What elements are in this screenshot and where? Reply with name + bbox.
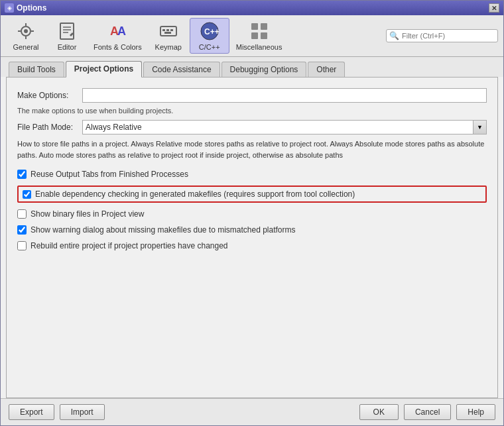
cancel-button[interactable]: Cancel [404, 404, 451, 420]
checkbox-reuse-label[interactable]: Reuse Output Tabs from Finished Processe… [31, 170, 188, 179]
tab-other[interactable]: Other [308, 62, 345, 77]
checkbox-dependency[interactable] [23, 190, 31, 199]
make-options-input[interactable] [82, 88, 487, 103]
make-options-row: Make Options: [17, 88, 487, 103]
toolbar-item-keymap[interactable]: Keymap [149, 19, 188, 53]
fonts-colors-icon: A A [107, 21, 128, 42]
toolbar-item-miscellaneous[interactable]: Miscellaneous [231, 19, 288, 53]
title-bar: ◈ Options ✕ [1, 1, 503, 15]
file-path-label: File Path Mode: [17, 123, 77, 132]
search-input[interactable] [402, 32, 495, 40]
footer: Export Import OK Cancel Help [1, 398, 503, 425]
editor-label: Editor [58, 43, 77, 51]
miscellaneous-icon [249, 21, 270, 42]
svg-rect-21 [251, 32, 258, 39]
keymap-label: Keymap [155, 43, 182, 51]
svg-text:A: A [117, 25, 126, 38]
file-path-value: Always Relative [83, 121, 473, 133]
cpp-label: C/C++ [199, 43, 220, 51]
checkbox-reuse[interactable] [17, 170, 27, 179]
editor-icon [56, 21, 78, 42]
tab-code-assistance[interactable]: Code Assistance [143, 62, 220, 77]
tab-project-options[interactable]: Project Options [66, 61, 142, 78]
svg-rect-13 [162, 29, 165, 31]
dropdown-arrow-icon[interactable]: ▼ [473, 121, 486, 134]
make-options-label: Make Options: [17, 91, 77, 100]
checkbox-row-binary: Show binary files in Project view [17, 209, 487, 219]
footer-left: Export Import [9, 404, 105, 420]
close-button[interactable]: ✕ [489, 3, 499, 13]
window-title: Options [17, 3, 46, 13]
search-icon: 🔍 [389, 31, 399, 40]
make-help-text: The make options to use when building pr… [17, 107, 487, 115]
window-icon: ◈ [5, 3, 14, 13]
checkbox-binary-label[interactable]: Show binary files in Project view [31, 209, 144, 219]
tab-debugging-options[interactable]: Debugging Options [221, 62, 307, 77]
checkbox-rebuild[interactable] [17, 241, 27, 250]
options-window: ◈ Options ✕ General [0, 0, 504, 426]
svg-rect-16 [164, 32, 171, 34]
svg-rect-20 [261, 23, 267, 30]
checkbox-row-dependency-highlighted: Enable dependency checking in generated … [17, 186, 487, 203]
checkbox-row-rebuild: Rebuild entire project if project proper… [17, 241, 487, 250]
general-label: General [13, 43, 38, 51]
toolbar-item-cpp[interactable]: C++ C/C++ [190, 18, 229, 54]
toolbar: General Editor A A Fonts & Co [1, 15, 503, 57]
checkbox-row-warning: Show warning dialog about missing makefi… [17, 225, 487, 235]
tab-build-tools[interactable]: Build Tools [9, 62, 64, 77]
keymap-icon [158, 21, 179, 42]
miscellaneous-label: Miscellaneous [236, 43, 283, 51]
general-icon [15, 21, 36, 42]
fonts-colors-label: Fonts & Colors [94, 43, 142, 51]
title-bar-left: ◈ Options [5, 3, 46, 13]
tabs-row: Build Tools Project Options Code Assista… [1, 57, 503, 77]
toolbar-item-editor[interactable]: Editor [47, 19, 87, 53]
toolbar-item-fonts-colors[interactable]: A A Fonts & Colors [88, 19, 147, 53]
file-path-description: How to store file paths in a project. Al… [17, 138, 487, 160]
cpp-icon: C++ [199, 21, 220, 42]
ok-button[interactable]: OK [359, 404, 399, 420]
main-content: Make Options: The make options to use wh… [6, 77, 498, 398]
search-box[interactable]: 🔍 [386, 29, 498, 42]
svg-rect-14 [166, 29, 169, 31]
svg-rect-6 [60, 23, 74, 39]
svg-rect-19 [251, 23, 258, 30]
svg-text:C++: C++ [204, 27, 220, 36]
checkbox-warning-label[interactable]: Show warning dialog about missing makefi… [31, 225, 296, 235]
export-button[interactable]: Export [9, 404, 54, 420]
file-path-row: File Path Mode: Always Relative ▼ [17, 120, 487, 134]
checkbox-rebuild-label[interactable]: Rebuild entire project if project proper… [31, 241, 228, 250]
checkbox-row-reuse: Reuse Output Tabs from Finished Processe… [17, 170, 487, 179]
svg-rect-15 [170, 29, 173, 31]
import-button[interactable]: Import [60, 404, 105, 420]
svg-point-1 [24, 29, 28, 33]
checkbox-binary[interactable] [17, 209, 27, 219]
toolbar-item-general[interactable]: General [6, 19, 46, 53]
file-path-dropdown[interactable]: Always Relative ▼ [82, 120, 487, 134]
svg-rect-22 [261, 32, 267, 39]
help-button[interactable]: Help [456, 404, 495, 420]
footer-right: OK Cancel Help [359, 404, 495, 420]
checkbox-warning[interactable] [17, 225, 27, 235]
checkbox-dependency-label[interactable]: Enable dependency checking in generated … [35, 189, 355, 199]
